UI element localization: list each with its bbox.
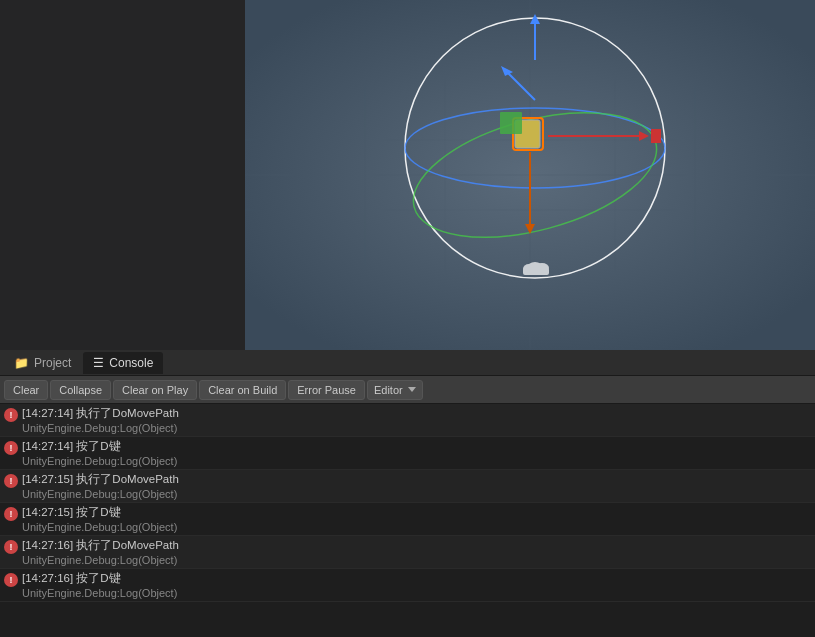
tab-console-label: Console: [109, 356, 153, 370]
collapse-button[interactable]: Collapse: [50, 380, 111, 400]
console-icon: ☰: [93, 356, 104, 370]
log-icon: !: [4, 573, 18, 587]
log-text: [14:27:14] 按了D键UnityEngine.Debug:Log(Obj…: [22, 439, 177, 467]
log-line2: UnityEngine.Debug:Log(Object): [22, 587, 177, 599]
console-area[interactable]: ![14:27:14] 执行了DoMovePathUnityEngine.Deb…: [0, 404, 815, 637]
error-pause-button[interactable]: Error Pause: [288, 380, 365, 400]
log-line2: UnityEngine.Debug:Log(Object): [22, 488, 179, 500]
tab-project[interactable]: 📁 Project: [4, 352, 81, 374]
clear-on-play-button[interactable]: Clear on Play: [113, 380, 197, 400]
log-text: [14:27:16] 按了D键UnityEngine.Debug:Log(Obj…: [22, 571, 177, 599]
chevron-down-icon: [408, 387, 416, 392]
log-text: [14:27:15] 按了D键UnityEngine.Debug:Log(Obj…: [22, 505, 177, 533]
tab-console[interactable]: ☰ Console: [83, 352, 163, 374]
log-line1: [14:27:16] 执行了DoMovePath: [22, 538, 179, 553]
log-icon: !: [4, 540, 18, 554]
scene-view[interactable]: [245, 0, 815, 350]
svg-rect-18: [500, 112, 522, 134]
log-entry[interactable]: ![14:27:14] 按了D键UnityEngine.Debug:Log(Ob…: [0, 437, 815, 470]
log-entry[interactable]: ![14:27:16] 执行了DoMovePathUnityEngine.Deb…: [0, 536, 815, 569]
sidebar: [0, 0, 245, 350]
log-entry[interactable]: ![14:27:15] 执行了DoMovePathUnityEngine.Deb…: [0, 470, 815, 503]
svg-rect-27: [523, 268, 549, 275]
log-text: [14:27:15] 执行了DoMovePathUnityEngine.Debu…: [22, 472, 179, 500]
log-icon: !: [4, 408, 18, 422]
log-line1: [14:27:15] 执行了DoMovePath: [22, 472, 179, 487]
log-icon: !: [4, 441, 18, 455]
log-line1: [14:27:15] 按了D键: [22, 505, 177, 520]
log-line2: UnityEngine.Debug:Log(Object): [22, 554, 179, 566]
log-entry[interactable]: ![14:27:15] 按了D键UnityEngine.Debug:Log(Ob…: [0, 503, 815, 536]
log-line1: [14:27:14] 执行了DoMovePath: [22, 406, 179, 421]
log-line2: UnityEngine.Debug:Log(Object): [22, 455, 177, 467]
log-entry[interactable]: ![14:27:14] 执行了DoMovePathUnityEngine.Deb…: [0, 404, 815, 437]
clear-button[interactable]: Clear: [4, 380, 48, 400]
editor-dropdown[interactable]: Editor: [367, 380, 423, 400]
toolbar: Clear Collapse Clear on Play Clear on Bu…: [0, 376, 815, 404]
tab-bar: 📁 Project ☰ Console: [0, 350, 815, 376]
log-text: [14:27:14] 执行了DoMovePathUnityEngine.Debu…: [22, 406, 179, 434]
log-icon: !: [4, 474, 18, 488]
top-area: [0, 0, 815, 350]
svg-rect-21: [651, 129, 661, 143]
log-line1: [14:27:14] 按了D键: [22, 439, 177, 454]
log-icon: !: [4, 507, 18, 521]
clear-on-build-button[interactable]: Clear on Build: [199, 380, 286, 400]
log-entry[interactable]: ![14:27:16] 按了D键UnityEngine.Debug:Log(Ob…: [0, 569, 815, 602]
tab-project-label: Project: [34, 356, 71, 370]
log-line2: UnityEngine.Debug:Log(Object): [22, 422, 179, 434]
log-line1: [14:27:16] 按了D键: [22, 571, 177, 586]
log-line2: UnityEngine.Debug:Log(Object): [22, 521, 177, 533]
editor-label: Editor: [374, 384, 403, 396]
scene-svg: [245, 0, 815, 350]
log-text: [14:27:16] 执行了DoMovePathUnityEngine.Debu…: [22, 538, 179, 566]
project-icon: 📁: [14, 356, 29, 370]
